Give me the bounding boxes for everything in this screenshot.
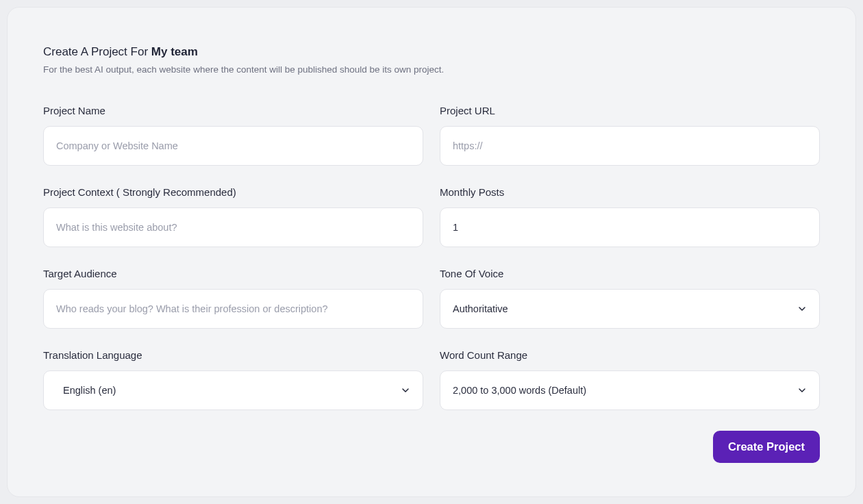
label-project-name: Project Name <box>43 105 423 116</box>
field-project-context: Project Context ( Strongly Recommended) <box>43 186 423 247</box>
title-prefix: Create A Project For <box>43 45 151 58</box>
target-audience-input[interactable] <box>43 289 423 329</box>
field-translation-language: Translation Language English (en) <box>43 349 423 410</box>
label-project-url: Project URL <box>440 105 820 116</box>
tone-of-voice-select-wrapper: Authoritative <box>440 289 820 329</box>
project-url-input[interactable] <box>440 126 820 166</box>
project-create-card: Create A Project For My team For the bes… <box>7 7 856 497</box>
project-name-input[interactable] <box>43 126 423 166</box>
label-project-context: Project Context ( Strongly Recommended) <box>43 186 423 198</box>
translation-language-select[interactable]: English (en) <box>43 370 423 410</box>
field-monthly-posts: Monthly Posts <box>440 186 820 247</box>
create-project-button[interactable]: Create Project <box>713 431 820 463</box>
word-count-select-wrapper: 2,000 to 3,000 words (Default) <box>440 370 820 410</box>
translation-language-select-wrapper: English (en) <box>43 370 423 410</box>
actions-row: Create Project <box>43 431 820 463</box>
title-team-name: My team <box>151 45 198 58</box>
form-grid: Project Name Project URL Project Context… <box>43 105 820 410</box>
word-count-range-select[interactable]: 2,000 to 3,000 words (Default) <box>440 370 820 410</box>
label-monthly-posts: Monthly Posts <box>440 186 820 198</box>
label-tone-of-voice: Tone Of Voice <box>440 268 820 279</box>
field-project-url: Project URL <box>440 105 820 166</box>
label-target-audience: Target Audience <box>43 268 423 279</box>
field-project-name: Project Name <box>43 105 423 166</box>
page-subtitle: For the best AI output, each website whe… <box>43 64 820 75</box>
page-title: Create A Project For My team <box>43 45 820 59</box>
project-context-input[interactable] <box>43 207 423 247</box>
monthly-posts-input[interactable] <box>440 207 820 247</box>
field-tone-of-voice: Tone Of Voice Authoritative <box>440 268 820 329</box>
tone-of-voice-select[interactable]: Authoritative <box>440 289 820 329</box>
field-target-audience: Target Audience <box>43 268 423 329</box>
label-word-count-range: Word Count Range <box>440 349 820 361</box>
field-word-count-range: Word Count Range 2,000 to 3,000 words (D… <box>440 349 820 410</box>
label-translation-language: Translation Language <box>43 349 423 361</box>
